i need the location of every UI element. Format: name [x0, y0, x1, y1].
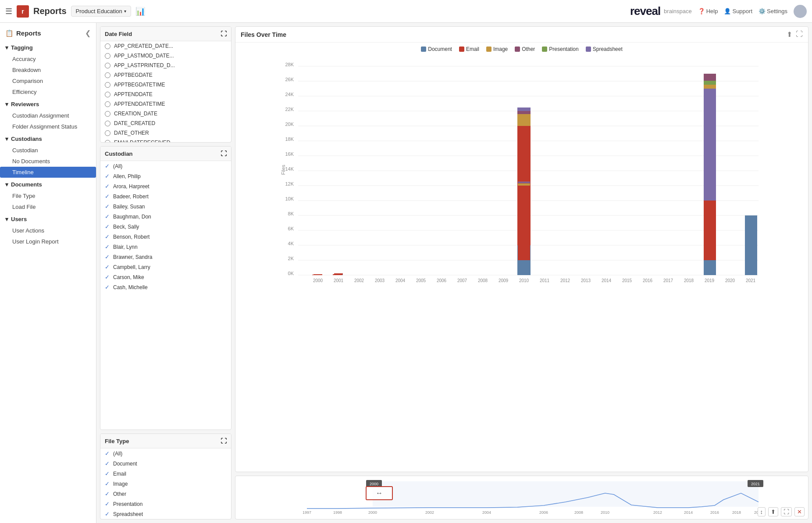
sidebar-item-user-actions[interactable]: User Actions: [0, 225, 96, 236]
svg-text:2021: 2021: [751, 482, 760, 486]
custodian-baughman[interactable]: ✓Baughman, Don: [100, 211, 231, 222]
svg-text:2002: 2002: [425, 510, 434, 515]
svg-text:2016: 2016: [643, 278, 653, 283]
sidebar-item-load-file[interactable]: Load File: [0, 201, 96, 212]
date-field-item-2[interactable]: APP_LASTMOD_DATE...: [100, 51, 231, 61]
sidebar-item-timeline[interactable]: Timeline: [0, 167, 96, 178]
custodian-cash[interactable]: ✓Cash, Michelle: [100, 282, 231, 292]
chart-header: Files Over Time ⬆ ⛶: [235, 27, 808, 43]
svg-text:Files: Files: [281, 165, 286, 175]
svg-text:2000: 2000: [368, 510, 377, 515]
custodian-all[interactable]: ✓(All): [100, 161, 231, 171]
sidebar-group-users[interactable]: ▾ Users: [0, 213, 96, 225]
hamburger-menu[interactable]: ☰: [5, 7, 12, 16]
product-selector[interactable]: Product Education ▾: [71, 6, 131, 17]
sidebar-group-documents[interactable]: ▾ Documents: [0, 179, 96, 190]
help-link[interactable]: ❓ Help: [698, 8, 718, 14]
svg-text:2004: 2004: [482, 510, 491, 515]
date-field-item-9[interactable]: DATE_CREATED: [100, 118, 231, 128]
sidebar-section-reviewers: ▾ Reviewers Custodian Assignment Folder …: [0, 98, 96, 132]
avatar[interactable]: [794, 5, 807, 18]
svg-rect-72: [704, 81, 716, 85]
svg-text:2020: 2020: [725, 278, 735, 283]
sidebar-item-accuracy[interactable]: Accuracy: [0, 54, 96, 64]
share-mini-button[interactable]: ⬆: [768, 507, 778, 516]
sidebar-group-reviewers[interactable]: ▾ Reviewers: [0, 98, 96, 110]
custodian-beck[interactable]: ✓Beck, Sally: [100, 222, 231, 232]
settings-link[interactable]: ⚙️ Settings: [759, 8, 787, 14]
custodian-header: Custodian ⛶: [100, 147, 231, 161]
custodian-campbell[interactable]: ✓Campbell, Larry: [100, 262, 231, 272]
expand-icon[interactable]: ⛶: [221, 30, 227, 37]
svg-text:2018: 2018: [732, 510, 741, 515]
svg-text:2006: 2006: [437, 278, 447, 283]
fullscreen-icon[interactable]: ⛶: [796, 30, 803, 39]
filter-clear-button[interactable]: ✕: [794, 507, 805, 516]
filetype-other[interactable]: ✓Other: [100, 489, 231, 499]
sidebar-item-custodian[interactable]: Custodian: [0, 145, 96, 156]
custodian-badeer[interactable]: ✓Badeer, Robert: [100, 191, 231, 201]
product-label: Product Education: [76, 8, 122, 14]
filetype-image[interactable]: ✓Image: [100, 479, 231, 489]
share-icon[interactable]: ⬆: [787, 30, 792, 39]
expand-icon[interactable]: ⛶: [221, 437, 227, 444]
date-field-item-8[interactable]: CREATION_DATE: [100, 109, 231, 118]
svg-text:2009: 2009: [499, 278, 509, 283]
date-field-item-6[interactable]: APPTENDDATE: [100, 90, 231, 99]
sidebar-item-folder-assignment[interactable]: Folder Assignment Status: [0, 121, 96, 132]
svg-text:8K: 8K: [288, 211, 294, 216]
date-field-item-1[interactable]: APP_CREATED_DATE...: [100, 41, 231, 51]
custodian-panel: Custodian ⛶ ✓(All) ✓Allen, Philip ✓Arora…: [100, 146, 231, 430]
sidebar-item-no-documents[interactable]: No Documents: [0, 156, 96, 167]
custodian-allen[interactable]: ✓Allen, Philip: [100, 171, 231, 181]
brand-icon: r: [17, 5, 29, 18]
file-type-panel: File Type ⛶ ✓(All) ✓Document ✓Email ✓Ima…: [100, 433, 231, 519]
expand-icon[interactable]: ⛶: [221, 150, 227, 157]
sidebar-item-custodian-assignment[interactable]: Custodian Assignment: [0, 110, 96, 121]
custodian-blair[interactable]: ✓Blair, Lynn: [100, 242, 231, 252]
sidebar-collapse-button[interactable]: ❮: [85, 29, 91, 37]
legend-dot-image: [486, 47, 491, 52]
legend-document: Document: [421, 46, 452, 52]
custodian-brawner[interactable]: ✓Brawner, Sandra: [100, 252, 231, 262]
sidebar-item-breakdown[interactable]: Breakdown: [0, 64, 96, 75]
custodian-arora[interactable]: ✓Arora, Harpreet: [100, 181, 231, 191]
date-field-item-5[interactable]: APPTBEGDATETIME: [100, 80, 231, 90]
sort-icon-button[interactable]: ↕: [758, 507, 766, 516]
date-field-item-11[interactable]: EMAILDATERECEIVED: [100, 138, 231, 142]
date-field-item-4[interactable]: APPTBEGDATE: [100, 70, 231, 80]
sidebar-item-file-type[interactable]: File Type: [0, 190, 96, 201]
date-field-item-7[interactable]: APPTENDDATETIME: [100, 99, 231, 109]
sidebar-group-tagging[interactable]: ▾ Tagging: [0, 42, 96, 54]
filetype-email[interactable]: ✓Email: [100, 469, 231, 479]
app-title: Reports: [33, 6, 67, 16]
filetype-all[interactable]: ✓(All): [100, 448, 231, 459]
sidebar-item-efficiency[interactable]: Efficiency: [0, 86, 96, 97]
svg-text:0K: 0K: [288, 271, 294, 276]
svg-rect-74: [745, 215, 757, 275]
file-type-list: ✓(All) ✓Document ✓Email ✓Image ✓Other ✓P…: [100, 448, 231, 519]
custodian-list: ✓(All) ✓Allen, Philip ✓Arora, Harpreet ✓…: [100, 161, 231, 293]
chart-area: Files Over Time ⬆ ⛶ Document Email: [235, 26, 808, 519]
top-navigation: ☰ r Reports Product Education ▾ 📊 reveal…: [0, 0, 812, 23]
reports-icon: 📋: [5, 29, 14, 37]
filetype-document[interactable]: ✓Document: [100, 459, 231, 469]
custodian-causholli[interactable]: ✓Causholli, Monika: [100, 292, 231, 293]
sidebar-item-user-login-report[interactable]: User Login Report: [0, 236, 96, 247]
sidebar-group-custodians[interactable]: ▾ Custodians: [0, 133, 96, 145]
filetype-presentation[interactable]: ✓Presentation: [100, 499, 231, 509]
custodian-benson[interactable]: ✓Benson, Robert: [100, 232, 231, 242]
svg-text:↔: ↔: [376, 489, 383, 497]
caret-down-icon: ▾: [5, 44, 8, 51]
custodian-carson[interactable]: ✓Carson, Mike: [100, 272, 231, 282]
support-link[interactable]: 👤 Support: [724, 8, 752, 14]
sidebar-item-comparison[interactable]: Comparison: [0, 75, 96, 86]
custodian-bailey[interactable]: ✓Bailey, Susan: [100, 201, 231, 211]
svg-text:2017: 2017: [663, 278, 673, 283]
date-field-item-3[interactable]: APP_LASTPRINTED_D...: [100, 61, 231, 70]
fullscreen-mini-button[interactable]: ⛶: [781, 507, 792, 516]
svg-text:2015: 2015: [622, 278, 632, 283]
filetype-spreadsheet[interactable]: ✓Spreadsheet: [100, 509, 231, 519]
chart-icon[interactable]: 📊: [135, 7, 145, 16]
date-field-item-10[interactable]: DATE_OTHER: [100, 128, 231, 138]
